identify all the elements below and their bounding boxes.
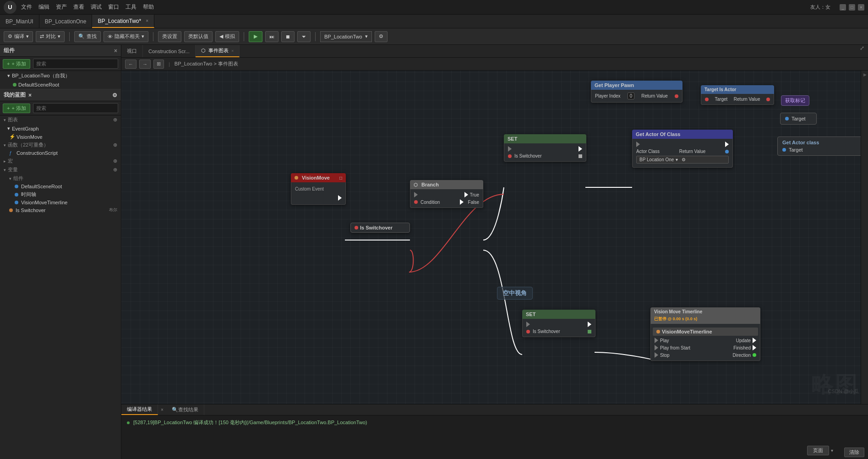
menu-asset[interactable]: 资产 — [56, 3, 67, 11]
bp-settings-button[interactable]: ⚙ — [375, 31, 388, 42]
functions-add-icon[interactable]: ⊕ — [113, 142, 117, 148]
menu-edit[interactable]: 编辑 — [38, 3, 49, 11]
default-button[interactable]: 类默认值 — [184, 31, 213, 42]
menu-file[interactable]: 文件 — [21, 3, 32, 11]
node-branch[interactable]: ⬡ Branch True Condition False — [410, 180, 483, 208]
tab-bp-mianui[interactable]: BP_MianUI — [0, 15, 39, 28]
menu-view[interactable]: 查看 — [73, 3, 84, 11]
var-is-switchover[interactable]: Is Switchover 布尔 — [0, 206, 121, 214]
branch-false-out-pin — [460, 199, 464, 205]
var-defaultsceneroot[interactable]: DefaultSceneRoot — [0, 183, 121, 190]
get-actor-class-dropdown[interactable]: ▾ — [676, 157, 678, 162]
canvas-tab-eventgraph[interactable]: ⬡ 事件图表 × — [196, 45, 240, 57]
component-search-input[interactable] — [33, 59, 118, 69]
tab-bp-locationtwo[interactable]: BP_LocationTwo* × — [92, 15, 154, 28]
node-get-player-pawn[interactable]: Get Player Pawn Player Index 0 Return Va… — [591, 81, 682, 103]
get-actor-class-node[interactable]: Get Actor class Target — [777, 137, 868, 156]
section-variables: ▾ 变量 ⊕ — [0, 165, 121, 174]
vision-timeline-subtitle: 已暂停 @ 0.00 s (0.0 s) — [654, 316, 697, 322]
vision-move-item[interactable]: ⚡ VisionMove — [0, 133, 121, 141]
timeline-play-from-exec-in — [655, 345, 658, 350]
vision-move-collapse-btn[interactable]: □ — [339, 175, 342, 180]
breadcrumb-grid-button[interactable]: ⊞ — [153, 60, 164, 69]
tab-label-locationone: BP_LocationOne — [45, 18, 87, 25]
node-set-bottom[interactable]: SET Is Switchover — [522, 310, 595, 337]
tree-item-defaultsceneroot[interactable]: DefaultSceneRoot — [0, 81, 121, 89]
menu-help[interactable]: 帮助 — [143, 3, 154, 11]
bp-selector[interactable]: BP_LocationTwo ▾ — [320, 31, 372, 42]
add-component-button[interactable]: + + 添加 — [3, 59, 30, 69]
timeline-direction-row: Direction — [733, 353, 756, 358]
hide-button[interactable]: 👁 隐藏不相关 ▾ — [104, 31, 148, 42]
variables-add-icon[interactable]: ⊕ — [113, 167, 117, 173]
maximize-button[interactable]: □ — [849, 4, 855, 11]
menu-window[interactable]: 窗口 — [108, 3, 119, 11]
search-result-tab[interactable]: 🔍 查找结果 — [166, 404, 204, 415]
timeline-play-row[interactable]: Play — [655, 338, 669, 343]
blueprint-close-button[interactable]: × — [28, 92, 32, 98]
page-button[interactable]: 页面 — [807, 446, 829, 455]
page-dropdown[interactable]: ▾ — [831, 448, 833, 453]
breadcrumb-back-button[interactable]: ← — [125, 60, 136, 69]
var-vision-timerline[interactable]: VisionMoveTimerline — [0, 199, 121, 206]
close-button[interactable]: × — [858, 4, 864, 11]
tab-close-locationtwo[interactable]: × — [146, 18, 148, 23]
canvas-maximize-button[interactable]: ⤢ — [856, 45, 868, 57]
sim-button[interactable]: ◀ 模拟 — [215, 31, 239, 42]
menu-tools[interactable]: 工具 — [126, 3, 136, 11]
set-bottom-exec-in-pin — [526, 322, 530, 327]
compiler-result-close-button[interactable]: × — [158, 404, 166, 415]
components-sub-label: 组件 — [13, 175, 23, 182]
play-next-button[interactable]: ⏭ — [265, 31, 278, 42]
minimize-button[interactable]: _ — [840, 4, 846, 11]
type-button[interactable]: 类设置 — [158, 31, 181, 42]
canvas-area[interactable]: 视口 Construction Scr... ⬡ 事件图表 × ⤢ ← → ⊞ … — [121, 45, 868, 459]
var-timeline[interactable]: 时间轴 — [0, 190, 121, 199]
stop-button[interactable]: ⏹ — [281, 31, 295, 42]
node-vision-move[interactable]: VisionMove □ Custom Event — [291, 173, 346, 205]
event-graph-item[interactable]: ▾ EventGraph — [0, 124, 121, 133]
get-actor-exec-in-pin — [636, 142, 640, 147]
target-label: Target — [715, 97, 728, 102]
target-in-pin — [705, 98, 709, 101]
compile-button[interactable]: ⚙ 编译 ▾ — [4, 31, 33, 42]
get-tag-node[interactable]: Target — [780, 113, 817, 125]
node-is-switchover[interactable]: Is Switchover — [350, 223, 410, 233]
graph-add-icon[interactable]: ⊕ — [113, 117, 117, 123]
node-vision-timeline-header: Vision Move Timerline 已暂停 @ 0.00 s (0.0 … — [650, 307, 760, 324]
find-button[interactable]: 🔍 查找 — [74, 31, 101, 42]
variables-arrow: ▾ — [4, 168, 6, 172]
blueprint-search-input[interactable] — [33, 103, 118, 113]
tab-bp-locationone[interactable]: BP_LocationOne — [39, 15, 93, 28]
node-vision-timeline[interactable]: Vision Move Timerline 已暂停 @ 0.00 s (0.0 … — [650, 307, 760, 361]
compare-button[interactable]: ⇄ 对比 ▾ — [36, 31, 65, 42]
blueprint-settings-button[interactable]: ⚙ — [112, 92, 117, 98]
menu-debug[interactable]: 调试 — [91, 3, 102, 11]
timeline-stop-row[interactable]: Stop — [655, 352, 670, 358]
skip-button[interactable]: ⏷ — [297, 31, 311, 42]
play-button[interactable]: ▶ — [249, 31, 262, 42]
main-layout: 组件 × + + 添加 ▾ BP_LocationTwo（自我） Default… — [0, 45, 868, 459]
node-get-actor-title: Get Actor Of Class — [636, 131, 680, 137]
title-bar-right: 友人：女 _ □ × — [810, 4, 864, 11]
node-set-top[interactable]: SET Is Switchover — [504, 134, 586, 162]
get-actor-class-settings[interactable]: ⚙ — [682, 157, 686, 162]
macros-add-icon[interactable]: ⊕ — [113, 158, 117, 164]
node-get-actor[interactable]: Get Actor Of Class Actor Class Return Va… — [632, 130, 733, 168]
canvas-tab-construction[interactable]: Construction Scr... — [143, 45, 196, 57]
get-tag-label-node[interactable]: 获取标记 — [781, 95, 809, 106]
clear-button[interactable]: 清除 — [844, 448, 864, 457]
target-is-actor-label: Target Is Actor — [704, 87, 736, 92]
compiler-result-tab[interactable]: 编译器结果 — [121, 404, 158, 415]
section-graph: ▾ 图表 ⊕ — [0, 115, 121, 124]
node-target-actor[interactable]: Target Is Actor Target Return Value — [701, 85, 774, 105]
canvas-tab-viewport[interactable]: 视口 — [121, 45, 143, 57]
construction-script-item[interactable]: ƒ ConstructionScript — [0, 149, 121, 157]
canvas-tab-close-eventgraph[interactable]: × — [231, 49, 234, 53]
tree-item-bp-locationtwo[interactable]: ▾ BP_LocationTwo（自我） — [0, 71, 121, 81]
breadcrumb-forward-button[interactable]: → — [139, 60, 151, 69]
components-close-button[interactable]: × — [114, 48, 117, 54]
tab-label-locationtwo: BP_LocationTwo* — [98, 18, 141, 24]
timeline-play-from-start-row[interactable]: Play from Start — [655, 345, 690, 350]
add-blueprint-button[interactable]: + + 添加 — [3, 104, 30, 113]
